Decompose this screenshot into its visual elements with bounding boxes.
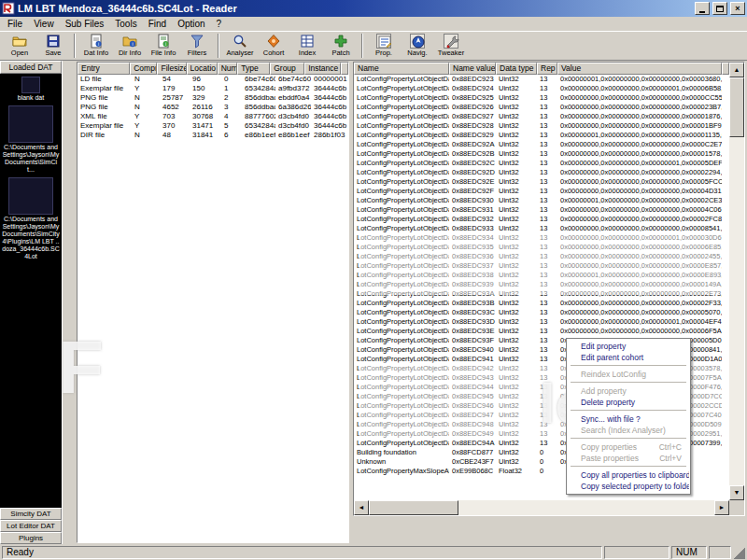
column-header-name[interactable]: Name bbox=[354, 63, 449, 75]
column-header-group[interactable]: Group bbox=[270, 63, 304, 75]
menu-view[interactable]: View bbox=[28, 18, 60, 31]
tweaker-button[interactable]: Tweaker bbox=[434, 33, 468, 60]
property-row[interactable]: LotConfigPropertyLotObjectData0x88EDC93A… bbox=[354, 289, 729, 299]
column-header-data-type[interactable]: Data type bbox=[496, 63, 537, 75]
property-row[interactable]: LotConfigPropertyLotObjectData0x88EDC92F… bbox=[354, 187, 729, 196]
dat-info-button[interactable]: i Dat Info bbox=[79, 33, 113, 60]
scroll-left-icon[interactable]: ◄ bbox=[354, 500, 369, 515]
column-header-num[interactable]: Num bbox=[218, 63, 238, 75]
property-row[interactable]: LotConfigPropertyLotObjectData0x88EDC931… bbox=[354, 205, 729, 215]
column-header-entry[interactable]: Entry bbox=[78, 63, 130, 75]
property-row[interactable]: LotConfigPropertyLotObjectData0x88EDC926… bbox=[354, 103, 729, 112]
sidebar-scrollbar[interactable] bbox=[62, 61, 77, 544]
filters-button[interactable]: Filters bbox=[180, 33, 214, 60]
index-button[interactable]: Index bbox=[290, 33, 324, 60]
file-row[interactable]: DIR fileN48318416e86b1eefe86b1eef286b1f0… bbox=[78, 131, 348, 140]
context-item-sync-with-file-?[interactable]: Sync... with file ? bbox=[568, 413, 689, 425]
property-row-cell: 0x00000000,0x00000000,0x00000000,0x00002… bbox=[557, 215, 722, 224]
property-row[interactable]: LotConfigPropertyLotObjectData0x88EDC936… bbox=[354, 252, 729, 261]
navig-button[interactable]: Navig. bbox=[401, 33, 434, 60]
minimize-button[interactable] bbox=[695, 2, 710, 15]
property-row[interactable]: LotConfigPropertyLotObjectData0x88EDC938… bbox=[354, 271, 729, 280]
column-header-compre[interactable]: Compre bbox=[130, 63, 157, 75]
property-row[interactable]: LotConfigPropertyLotObjectData0x88EDC92A… bbox=[354, 140, 729, 149]
file-row[interactable]: PNG fileN4652261163856ddbac6a386d2636444… bbox=[78, 103, 348, 112]
cohort-button[interactable]: Cohort bbox=[257, 33, 290, 60]
property-row-cell: Uint32 bbox=[496, 93, 537, 103]
menu-option[interactable]: Option bbox=[172, 18, 210, 31]
property-row[interactable]: LotConfigPropertyLotObjectData0x88EDC93D… bbox=[354, 317, 729, 327]
property-row[interactable]: LotConfigPropertyLotObjectData0x88EDC92D… bbox=[354, 168, 729, 177]
property-row-cell: Uint32 bbox=[496, 103, 537, 112]
menu-file[interactable]: File bbox=[2, 18, 28, 31]
context-item-copy-all-properties-to-clipboard[interactable]: Copy all properties to clipboard bbox=[568, 469, 689, 481]
context-item-edit-parent-cohort[interactable]: Edit parent cohort bbox=[568, 352, 689, 363]
property-row[interactable]: LotConfigPropertyLotObjectData0x88EDC928… bbox=[354, 121, 729, 131]
column-header-value[interactable]: Value bbox=[557, 63, 722, 75]
property-row[interactable]: LotConfigPropertyLotObjectData0x88EDC932… bbox=[354, 215, 729, 224]
menu-tools[interactable]: Tools bbox=[109, 18, 142, 31]
column-header-rep[interactable]: Rep bbox=[537, 63, 557, 75]
file-row[interactable]: XML fileY70330768488777602d3cb4fd036444c… bbox=[78, 112, 348, 121]
sidebar-button-simcity-dat[interactable]: Simcity DAT bbox=[0, 508, 62, 520]
sidebar-button-plugins[interactable]: Plugins bbox=[0, 532, 62, 544]
property-row[interactable]: LotConfigPropertyLotObjectData0x88EDC929… bbox=[354, 131, 729, 140]
context-item-copy-selected-property-to-folder[interactable]: Copy selected property to folder bbox=[568, 481, 689, 492]
open-button[interactable]: Open bbox=[3, 33, 36, 60]
menu-?[interactable]: ? bbox=[211, 18, 228, 31]
property-row[interactable]: LotConfigPropertyLotObjectData0x88EDC930… bbox=[354, 196, 729, 205]
menu-find[interactable]: Find bbox=[143, 18, 172, 31]
property-row[interactable]: LotConfigPropertyLotObjectData0x88EDC924… bbox=[354, 84, 729, 93]
property-row-cell: LotConfigPropertyLotObjectData bbox=[354, 233, 449, 243]
vertical-scroll-thumb[interactable] bbox=[729, 77, 744, 137]
property-row[interactable]: LotConfigPropertyLotObjectData0x88EDC927… bbox=[354, 112, 729, 121]
property-row[interactable]: LotConfigPropertyLotObjectData0x88EDC923… bbox=[354, 75, 729, 84]
property-row[interactable]: LotConfigPropertyLotObjectData0x88EDC93C… bbox=[354, 308, 729, 317]
menu-sub-files[interactable]: Sub Files bbox=[60, 18, 110, 31]
property-row-cell: 13 bbox=[537, 75, 557, 84]
loaded-dat-item[interactable]: blank dat bbox=[0, 74, 62, 103]
column-header-instance[interactable]: Instance bbox=[304, 63, 341, 75]
analyser-button[interactable]: Analyser bbox=[223, 33, 257, 60]
file-row-cell: 150 bbox=[190, 84, 221, 93]
context-item-edit-property[interactable]: Edit property bbox=[568, 341, 689, 352]
vertical-scrollbar[interactable]: ▲ ▼ bbox=[729, 63, 744, 500]
property-row[interactable]: LotConfigPropertyLotObjectData0x88EDC92E… bbox=[354, 177, 729, 187]
file-row[interactable]: LD fileN549606be74c606be74c6000000001 bbox=[78, 75, 348, 84]
resize-grip[interactable] bbox=[733, 546, 745, 559]
sidebar-button-lot-editor-dat[interactable]: Lot Editor DAT bbox=[0, 520, 62, 532]
scroll-up-icon[interactable]: ▲ bbox=[729, 63, 744, 77]
loaded-dat-item[interactable]: C:\Documents and Settings\Jayson\My Docu… bbox=[0, 103, 62, 175]
property-row[interactable]: LotConfigPropertyLotObjectData0x88EDC939… bbox=[354, 280, 729, 289]
prop-button[interactable]: Prop. bbox=[367, 33, 401, 60]
loaded-dat-header[interactable]: Loaded DAT bbox=[0, 61, 62, 74]
property-row[interactable]: LotConfigPropertyLotObjectData0x88EDC937… bbox=[354, 261, 729, 271]
horizontal-scrollbar[interactable]: ◄ ► bbox=[354, 500, 744, 515]
property-row[interactable]: LotConfigPropertyLotObjectData0x88EDC93B… bbox=[354, 299, 729, 308]
column-header-locatio[interactable]: Locatio bbox=[187, 63, 218, 75]
file-row[interactable]: Exemplar fileY3703147156534284ad3cb4fd03… bbox=[78, 121, 348, 131]
property-row[interactable]: LotConfigPropertyLotObjectData0x88EDC933… bbox=[354, 224, 729, 233]
file-row[interactable]: PNG fileN257873292856ddbacebddf0a436444c… bbox=[78, 93, 348, 103]
column-header-name-value[interactable]: Name value bbox=[449, 63, 496, 75]
patch-button[interactable]: Patch bbox=[324, 33, 358, 60]
property-row[interactable]: LotConfigPropertyLotObjectData0x88EDC92C… bbox=[354, 159, 729, 168]
property-row[interactable]: LotConfigPropertyLotObjectData0x88EDC92B… bbox=[354, 149, 729, 159]
file-row[interactable]: Exemplar fileY17915016534284aa9fbd372364… bbox=[78, 84, 348, 93]
loaded-dat-item[interactable]: C:\Documents and Settings\Jayson\My Docu… bbox=[0, 175, 62, 261]
property-row[interactable]: LotConfigPropertyLotObjectData0x88EDC935… bbox=[354, 243, 729, 252]
context-item-delete-property[interactable]: Delete property bbox=[568, 397, 689, 408]
file-info-button[interactable]: i File Info bbox=[147, 33, 180, 60]
column-header-filesize[interactable]: Filesize bbox=[157, 63, 186, 75]
close-button[interactable]: × bbox=[730, 2, 745, 15]
dir-info-button[interactable]: i Dir Info bbox=[113, 33, 147, 60]
horizontal-scroll-thumb[interactable] bbox=[369, 500, 458, 515]
property-row[interactable]: LotConfigPropertyLotObjectData0x88EDC93E… bbox=[354, 327, 729, 336]
scroll-down-icon[interactable]: ▼ bbox=[729, 485, 744, 500]
scroll-right-icon[interactable]: ► bbox=[714, 500, 729, 515]
property-row[interactable]: LotConfigPropertyLotObjectData0x88EDC934… bbox=[354, 233, 729, 243]
property-row[interactable]: LotConfigPropertyLotObjectData0x88EDC925… bbox=[354, 93, 729, 103]
maximize-button[interactable] bbox=[712, 2, 727, 15]
column-header-type[interactable]: Type bbox=[237, 63, 270, 75]
save-button[interactable]: Save bbox=[36, 33, 70, 60]
